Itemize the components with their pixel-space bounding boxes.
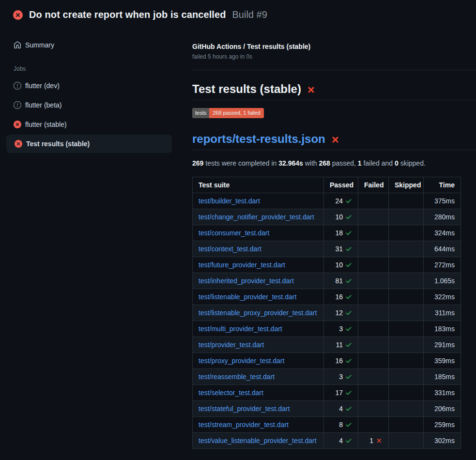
skipped-cell xyxy=(389,385,424,401)
table-header-row: Test suitePassedFailedSkippedTime xyxy=(193,177,461,193)
table-row: test/selector_test.dart17331ms xyxy=(193,385,461,401)
time-cell: 272ms xyxy=(424,257,461,273)
sidebar-item-job[interactable]: Test results (stable) xyxy=(6,135,172,153)
run-status-line: failed 5 hours ago in 0s xyxy=(192,53,476,60)
summary-segment: tests were completed in xyxy=(203,159,278,167)
suite-link[interactable]: test/selector_test.dart xyxy=(199,389,263,397)
skipped-cell xyxy=(389,209,424,225)
sidebar-item-job[interactable]: flutter (beta) xyxy=(0,95,192,115)
table-row: test/proxy_provider_test.dart16359ms xyxy=(193,353,461,369)
home-icon xyxy=(14,41,21,49)
summary-segment: 269 xyxy=(192,159,203,167)
column-header: Test suite xyxy=(193,177,324,193)
summary-segment: 0 xyxy=(395,159,399,167)
suite-link[interactable]: test/listenable_provider_test.dart xyxy=(199,293,296,301)
suite-link[interactable]: test/builder_test.dart xyxy=(199,197,260,205)
failed-cell xyxy=(358,193,389,209)
x-icon xyxy=(376,437,383,444)
check-icon xyxy=(345,325,352,332)
column-header: Failed xyxy=(358,177,389,193)
divider xyxy=(192,70,476,70)
suite-link[interactable]: test/provider_test.dart xyxy=(199,341,264,349)
failed-x-icon xyxy=(331,135,340,144)
failed-cell xyxy=(358,401,389,417)
job-label: flutter (stable) xyxy=(25,121,67,128)
table-row: test/provider_test.dart11291ms xyxy=(193,337,461,353)
failed-cell xyxy=(358,417,389,433)
passed-count: 10 xyxy=(335,213,343,221)
suite-link[interactable]: test/context_test.dart xyxy=(199,245,261,253)
check-icon xyxy=(345,341,352,348)
passed-cell: 24 xyxy=(324,193,358,209)
table-row: test/future_provider_test.dart10272ms xyxy=(193,257,461,273)
failed-cell xyxy=(358,241,389,257)
passed-count: 16 xyxy=(335,357,343,365)
suite-link[interactable]: test/listenable_proxy_provider_test.dart xyxy=(199,309,317,317)
table-row: test/context_test.dart31644ms xyxy=(193,241,461,257)
skipped-cell xyxy=(389,353,424,369)
check-icon xyxy=(345,214,352,220)
suite-link[interactable]: test/stateful_provider_test.dart xyxy=(199,405,290,413)
time-cell: 324ms xyxy=(424,225,461,241)
passed-count: 17 xyxy=(335,389,343,397)
job-label: Test results (stable) xyxy=(26,140,90,148)
suite-link[interactable]: test/multi_provider_test.dart xyxy=(199,325,282,333)
check-icon xyxy=(345,373,352,380)
skipped-cell xyxy=(389,369,424,385)
sidebar-item-job[interactable]: flutter (stable) xyxy=(0,115,192,134)
skipped-cell xyxy=(389,193,424,209)
failed-cell xyxy=(358,209,389,225)
summary-segment: 268 xyxy=(319,159,330,167)
passed-cell: 3 xyxy=(324,369,358,385)
suite-link[interactable]: test/future_provider_test.dart xyxy=(199,261,285,269)
suite-link[interactable]: test/reassemble_test.dart xyxy=(199,373,275,381)
main-content: GitHub Actions / Test results (stable) f… xyxy=(192,27,476,449)
time-cell: 302ms xyxy=(424,433,461,449)
skipped-cell xyxy=(389,305,424,321)
time-cell: 185ms xyxy=(424,369,461,385)
failed-cell xyxy=(358,353,389,369)
failed-cell xyxy=(358,289,389,305)
stop-icon xyxy=(14,82,21,90)
check-icon xyxy=(345,277,352,284)
check-icon xyxy=(345,245,352,252)
check-icon xyxy=(345,389,352,396)
passed-cell: 81 xyxy=(324,273,358,289)
build-title: Do not create report when job is cancell… xyxy=(29,9,226,20)
suite-link[interactable]: test/value_listenable_provider_test.dart xyxy=(199,437,317,445)
suite-link[interactable]: test/inherited_provider_test.dart xyxy=(199,277,294,285)
report-file-link[interactable]: reports/test-results.json xyxy=(192,132,325,146)
time-cell: 259ms xyxy=(424,417,461,433)
skipped-cell xyxy=(389,241,424,257)
passed-count: 4 xyxy=(339,405,343,413)
suite-link[interactable]: test/consumer_test.dart xyxy=(199,229,269,237)
x-circle-fill-icon xyxy=(15,140,22,148)
suite-link[interactable]: test/stream_provider_test.dart xyxy=(199,421,289,429)
passed-cell: 4 xyxy=(324,433,358,449)
column-header: Skipped xyxy=(389,177,424,193)
passed-cell: 18 xyxy=(324,225,358,241)
suite-link[interactable]: test/change_notifier_provider_test.dart xyxy=(199,213,314,221)
breadcrumb: GitHub Actions / Test results (stable) xyxy=(192,43,476,50)
failed-status-icon xyxy=(13,10,23,20)
sidebar-item-summary[interactable]: Summary xyxy=(0,36,192,54)
passed-cell: 16 xyxy=(324,353,358,369)
failed-cell xyxy=(358,385,389,401)
check-icon xyxy=(345,421,352,428)
passed-count: 10 xyxy=(335,261,343,269)
time-cell: 322ms xyxy=(424,289,461,305)
build-number: Build #9 xyxy=(232,9,267,20)
summary-segment: failed and xyxy=(362,159,395,167)
column-header: Time xyxy=(424,177,461,193)
summary-segment: 1 xyxy=(358,159,362,167)
table-row: test/consumer_test.dart18324ms xyxy=(193,225,461,241)
passed-cell: 4 xyxy=(324,401,358,417)
time-cell: 183ms xyxy=(424,321,461,337)
tests-badge: tests 268 passed, 1 failed xyxy=(192,108,264,118)
sidebar-item-job[interactable]: flutter (dev) xyxy=(0,76,192,95)
time-cell: 359ms xyxy=(424,353,461,369)
summary-segment: with xyxy=(303,159,319,167)
passed-cell: 16 xyxy=(324,289,358,305)
time-cell: 644ms xyxy=(424,241,461,257)
suite-link[interactable]: test/proxy_provider_test.dart xyxy=(199,357,284,365)
